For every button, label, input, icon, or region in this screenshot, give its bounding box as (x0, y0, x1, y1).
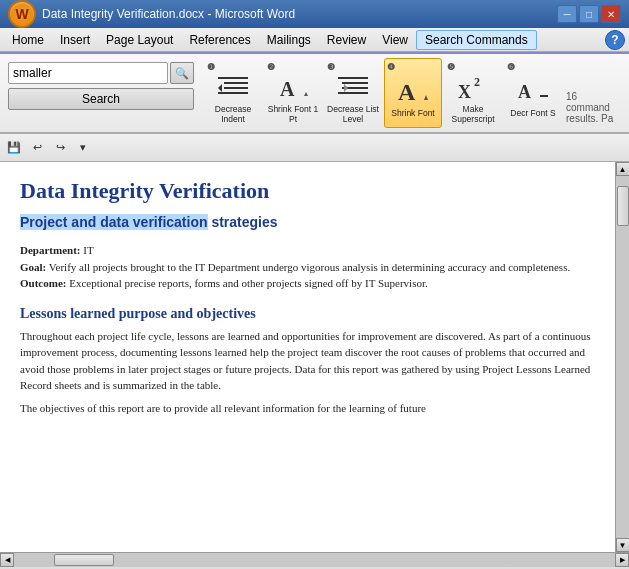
document-title: Data Integrity Verification (20, 178, 595, 204)
toolbar: 💾 ↩ ↪ ▾ (0, 134, 629, 162)
svg-marker-11 (344, 84, 348, 92)
scroll-up-button[interactable]: ▲ (616, 162, 630, 176)
search-button[interactable]: Search (8, 88, 194, 110)
section2-paragraph: The objectives of this report are to pro… (20, 400, 595, 417)
ribbon-search-row: 🔍 (8, 62, 194, 84)
menu-home[interactable]: Home (4, 30, 52, 50)
scroll-left-button[interactable]: ◀ (0, 553, 14, 567)
svg-marker-13 (424, 95, 428, 100)
title-controls: ─ □ ✕ (557, 5, 621, 23)
help-btn-container: ? (605, 30, 625, 50)
save-toolbar-button[interactable]: 💾 (4, 138, 24, 158)
cmd-number-4: ❹ (387, 62, 395, 72)
scroll-track[interactable] (616, 176, 630, 538)
ribbon-commands: ❶ Decrease Indent ❷ A (204, 58, 562, 128)
svg-marker-4 (218, 84, 222, 92)
menu-bar: Home Insert Page Layout References Maili… (0, 28, 629, 52)
field-department: Department: IT (20, 242, 595, 259)
decrease-indent-icon (217, 74, 249, 102)
window-title: Data Integrity Verification.docx - Micro… (42, 7, 295, 21)
cmd-label-2: Shrink Font 1 Pt (267, 104, 319, 124)
document-subtitle: Project and data verification strategies (20, 214, 595, 230)
cmd-number-6: ❻ (507, 62, 515, 72)
ribbon-search-area: 🔍 Search (8, 58, 194, 110)
menu-insert[interactable]: Insert (52, 30, 98, 50)
close-button[interactable]: ✕ (601, 5, 621, 23)
menu-review[interactable]: Review (319, 30, 374, 50)
svg-text:A: A (398, 79, 416, 104)
scroll-h-track[interactable] (14, 553, 615, 567)
section1-paragraph: Throughout each project life cycle, less… (20, 328, 595, 394)
horizontal-scrollbar: ◀ ▶ (0, 552, 629, 566)
section1-title: Lessons learned purpose and objectives (20, 306, 595, 322)
cmd-make-superscript[interactable]: ❺ X 2 Make Superscript (444, 58, 502, 128)
search-input[interactable] (8, 62, 168, 84)
main-area: Data Integrity Verification Project and … (0, 162, 629, 552)
ribbon-content: 🔍 Search ❶ Decrease Indent (0, 52, 629, 132)
more-toolbar-button[interactable]: ▾ (73, 138, 93, 158)
cmd-decrease-list-level[interactable]: ❸ Decrease List Level (324, 58, 382, 128)
scroll-h-thumb[interactable] (54, 554, 114, 566)
decr-font-size-icon: A (517, 74, 549, 106)
scroll-right-button[interactable]: ▶ (615, 553, 629, 567)
cmd-number-3: ❸ (327, 62, 335, 72)
ribbon: 🔍 Search ❶ Decrease Indent (0, 52, 629, 134)
title-bar-left: W Data Integrity Verification.docx - Mic… (8, 0, 295, 28)
search-go-button[interactable]: 🔍 (170, 62, 194, 84)
field-goal: Goal: Verify all projects brought to the… (20, 259, 595, 276)
outcome-value: Exceptional precise reports, forms and o… (66, 277, 427, 289)
cmd-number-1: ❶ (207, 62, 215, 72)
document-area: Data Integrity Verification Project and … (0, 162, 615, 552)
section1-body: Throughout each project life cycle, less… (20, 328, 595, 394)
department-label: Department: (20, 244, 80, 256)
goal-label: Goal: (20, 261, 46, 273)
scroll-down-button[interactable]: ▼ (616, 538, 630, 552)
svg-text:A: A (280, 78, 295, 100)
department-value: IT (80, 244, 93, 256)
shrink-font-1pt-icon: A (277, 74, 309, 102)
shrink-font-icon: A (397, 74, 429, 106)
decrease-list-icon (337, 74, 369, 102)
office-button[interactable]: W (8, 0, 36, 28)
superscript-icon: X 2 (457, 74, 489, 102)
cmd-label-5: Make Superscript (447, 104, 499, 124)
cmd-shrink-font[interactable]: ❹ A Shrink Font (384, 58, 442, 128)
redo-toolbar-button[interactable]: ↪ (50, 138, 70, 158)
field-outcome: Outcome: Exceptional precise reports, fo… (20, 275, 595, 292)
section2-intro: The objectives of this report are to pro… (20, 400, 595, 417)
goal-value: Verify all projects brought to the IT De… (46, 261, 570, 273)
cmd-number-5: ❺ (447, 62, 455, 72)
menu-references[interactable]: References (181, 30, 258, 50)
menu-search-commands[interactable]: Search Commands (416, 30, 537, 50)
results-count: 16 command results. Pa (566, 91, 621, 128)
svg-marker-6 (304, 92, 308, 96)
menu-page-layout[interactable]: Page Layout (98, 30, 181, 50)
help-button[interactable]: ? (605, 30, 625, 50)
subtitle-plain: strategies (208, 214, 278, 230)
scroll-thumb[interactable] (617, 186, 629, 226)
cmd-label-1: Decrease Indent (207, 104, 259, 124)
title-bar: W Data Integrity Verification.docx - Mic… (0, 0, 629, 28)
document-body: Department: IT Goal: Verify all projects… (20, 242, 595, 292)
menu-view[interactable]: View (374, 30, 416, 50)
cmd-label-6: Decr Font S (510, 108, 555, 118)
outcome-label: Outcome: (20, 277, 66, 289)
cmd-decr-font-size[interactable]: ❻ A Decr Font S (504, 58, 562, 128)
cmd-shrink-font-1pt[interactable]: ❷ A Shrink Font 1 Pt (264, 58, 322, 128)
cmd-number-2: ❷ (267, 62, 275, 72)
menu-mailings[interactable]: Mailings (259, 30, 319, 50)
svg-text:2: 2 (474, 75, 480, 89)
vertical-scrollbar: ▲ ▼ (615, 162, 629, 552)
maximize-button[interactable]: □ (579, 5, 599, 23)
subtitle-highlighted: Project and data verification (20, 214, 208, 230)
svg-text:X: X (458, 82, 471, 102)
minimize-button[interactable]: ─ (557, 5, 577, 23)
svg-text:A: A (518, 82, 531, 102)
cmd-label-3: Decrease List Level (327, 104, 379, 124)
cmd-decrease-indent[interactable]: ❶ Decrease Indent (204, 58, 262, 128)
undo-toolbar-button[interactable]: ↩ (27, 138, 47, 158)
cmd-label-4: Shrink Font (391, 108, 434, 118)
